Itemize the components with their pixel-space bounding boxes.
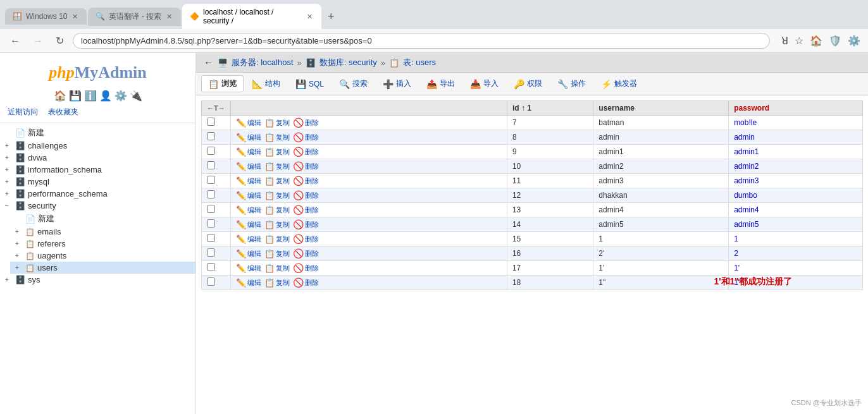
bookmarks-link[interactable]: 表收藏夹	[48, 107, 78, 118]
row-checkbox[interactable]	[207, 190, 215, 198]
copy-button[interactable]: 📋复制	[264, 176, 290, 186]
edit-button[interactable]: ✏️编辑	[236, 162, 261, 171]
breadcrumb-db[interactable]: 数据库: security	[319, 57, 377, 68]
delete-button[interactable]: 🚫删除	[293, 161, 319, 171]
tab-translate[interactable]: 🔍 英语翻译 - 搜索 ✕	[88, 8, 181, 26]
tab-triggers[interactable]: ⚡ 触发器	[594, 75, 644, 92]
delete-button[interactable]: 🚫删除	[293, 219, 319, 229]
copy-button[interactable]: 📋复制	[264, 147, 290, 157]
copy-button[interactable]: 📋复制	[264, 118, 290, 128]
delete-button[interactable]: 🚫删除	[293, 147, 319, 157]
back-button[interactable]: ←	[6, 34, 24, 48]
shield-icon[interactable]: 🛡️	[828, 33, 843, 48]
sidebar-item-uagents[interactable]: + 📋 uagents	[10, 250, 195, 262]
edit-button[interactable]: ✏️编辑	[236, 205, 261, 215]
th-username[interactable]: username	[593, 101, 729, 116]
tab-sql[interactable]: 💾 SQL	[288, 76, 331, 92]
edit-button[interactable]: ✏️编辑	[236, 147, 261, 157]
extension-icon[interactable]: 🏠	[809, 33, 824, 48]
delete-button[interactable]: 🚫删除	[293, 132, 319, 142]
row-checkbox[interactable]	[207, 132, 215, 140]
tab-privileges[interactable]: 🔑 权限	[507, 75, 549, 92]
copy-button[interactable]: 📋复制	[264, 162, 290, 171]
edit-button[interactable]: ✏️编辑	[236, 278, 261, 288]
delete-button[interactable]: 🚫删除	[293, 118, 319, 128]
edit-button[interactable]: ✏️编辑	[236, 234, 261, 244]
sidebar-item-challenges[interactable]: + 🗄️ challenges	[0, 140, 195, 152]
delete-button[interactable]: 🚫删除	[293, 248, 319, 259]
copy-button[interactable]: 📋复制	[264, 234, 290, 244]
row-checkbox[interactable]	[207, 118, 215, 126]
tab-search[interactable]: 🔍 搜索	[332, 75, 375, 92]
sidebar-item-users[interactable]: + 📋 users	[10, 262, 195, 274]
gear-icon[interactable]: ⚙️	[115, 90, 127, 102]
edit-button[interactable]: ✏️编辑	[236, 176, 261, 186]
recent-link[interactable]: 近期访问	[8, 107, 38, 118]
tab-windows10[interactable]: 🪟 Windows 10 ✕	[5, 8, 87, 25]
sidebar-item-sys[interactable]: + 🗄️ sys	[0, 274, 195, 286]
delete-button[interactable]: 🚫删除	[293, 234, 319, 244]
th-id[interactable]: id ↑ 1	[507, 101, 593, 116]
delete-button[interactable]: 🚫删除	[293, 277, 319, 288]
tab-export[interactable]: 📤 导出	[419, 75, 462, 92]
sidebar-item-performance-schema[interactable]: + 🗄️ performance_schema	[0, 188, 195, 200]
sidebar-item-emails[interactable]: + 📋 emails	[10, 226, 195, 238]
tab-close-translate[interactable]: ✕	[165, 13, 173, 21]
row-checkbox[interactable]	[207, 161, 215, 169]
row-checkbox[interactable]	[207, 147, 215, 155]
row-checkbox[interactable]	[207, 234, 215, 242]
th-password[interactable]: password	[729, 101, 863, 116]
breadcrumb-table[interactable]: 表: users	[403, 57, 436, 68]
copy-button[interactable]: 📋复制	[264, 249, 290, 259]
database-icon[interactable]: 💾	[69, 90, 82, 102]
sidebar-item-mysql[interactable]: + 🗄️ mysql	[0, 176, 195, 188]
tab-browse[interactable]: 📋 浏览	[201, 75, 244, 92]
sidebar-item-security[interactable]: − 🗄️ security	[0, 200, 195, 212]
read-mode-icon[interactable]: ꓤ	[780, 33, 790, 48]
home-icon[interactable]: 🏠	[54, 90, 66, 102]
plugin-icon[interactable]: 🔌	[130, 90, 142, 102]
sidebar-item-dvwa[interactable]: + 🗄️ dvwa	[0, 152, 195, 164]
edit-button[interactable]: ✏️编辑	[236, 118, 261, 128]
delete-button[interactable]: 🚫删除	[293, 263, 319, 273]
delete-button[interactable]: 🚫删除	[293, 205, 319, 215]
sidebar-item-security-new[interactable]: 📄 新建	[10, 212, 195, 226]
row-checkbox[interactable]	[207, 219, 215, 228]
row-checkbox[interactable]	[207, 205, 215, 213]
tab-pma[interactable]: 🔶 localhost / localhost / security / ✕	[182, 4, 321, 29]
edit-button[interactable]: ✏️编辑	[236, 220, 261, 229]
tab-insert[interactable]: ➕ 插入	[376, 75, 418, 92]
settings-icon[interactable]: ⚙️	[846, 33, 862, 48]
edit-button[interactable]: ✏️编辑	[236, 191, 261, 200]
tab-import[interactable]: 📥 导入	[463, 75, 505, 92]
edit-button[interactable]: ✏️编辑	[236, 133, 261, 142]
tab-close-windows10[interactable]: ✕	[71, 13, 79, 21]
copy-button[interactable]: 📋复制	[264, 264, 290, 273]
copy-button[interactable]: 📋复制	[264, 205, 290, 215]
sidebar-item-new-top[interactable]: 📄 新建	[0, 126, 195, 140]
new-tab-button[interactable]: +	[323, 8, 340, 26]
copy-button[interactable]: 📋复制	[264, 191, 290, 200]
breadcrumb-server[interactable]: 服务器: localhost	[232, 57, 294, 68]
tab-structure[interactable]: 📐 结构	[245, 75, 287, 92]
forward-button[interactable]: →	[29, 34, 47, 48]
tab-operations[interactable]: 🔧 操作	[550, 75, 593, 92]
copy-button[interactable]: 📋复制	[264, 133, 290, 142]
user-icon[interactable]: 👤	[99, 90, 112, 102]
copy-button[interactable]: 📋复制	[264, 220, 290, 229]
breadcrumb-back-button[interactable]: ←	[204, 57, 214, 68]
edit-button[interactable]: ✏️编辑	[236, 249, 261, 259]
delete-button[interactable]: 🚫删除	[293, 190, 319, 200]
reload-button[interactable]: ↻	[52, 33, 68, 48]
row-checkbox[interactable]	[207, 277, 215, 286]
delete-button[interactable]: 🚫删除	[293, 176, 319, 186]
edit-button[interactable]: ✏️编辑	[236, 264, 261, 273]
row-checkbox[interactable]	[207, 263, 215, 271]
copy-button[interactable]: 📋复制	[264, 278, 290, 288]
favorites-icon[interactable]: ☆	[793, 33, 805, 48]
tab-close-pma[interactable]: ✕	[306, 13, 314, 21]
sidebar-item-referers[interactable]: + 📋 referers	[10, 238, 195, 250]
info-icon[interactable]: ℹ️	[84, 90, 97, 102]
url-input[interactable]	[73, 33, 770, 49]
sidebar-item-information-schema[interactable]: + 🗄️ information_schema	[0, 164, 195, 176]
